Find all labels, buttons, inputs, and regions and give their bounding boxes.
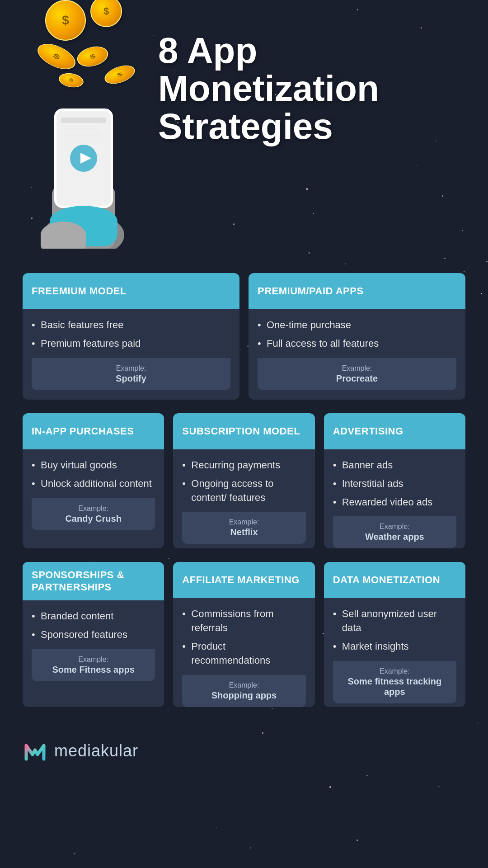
card-inapp-footer: Example: Candy Crush: [32, 498, 155, 530]
example-label: Example:: [191, 518, 296, 526]
header-section: $ $ $ $ $ $: [23, 18, 465, 250]
coins-illustration: $ $ $ $ $ $: [32, 0, 140, 95]
list-item: Premium features paid: [32, 337, 230, 351]
card-subscription-body: Recurring payments Ongoing access to con…: [173, 449, 314, 544]
hand-phone: [27, 95, 149, 250]
example-label: Example:: [41, 364, 221, 373]
list-item: Interstitial ads: [333, 477, 456, 491]
card-subscription: SUBSCRIPTION MODEL Recurring payments On…: [173, 413, 314, 548]
list-item: Market insights: [333, 640, 456, 654]
list-item: Sponsored features: [32, 628, 155, 642]
card-affiliate-footer: Example: Shopping apps: [182, 675, 305, 707]
card-data: DATA MONETIZATION Sell anonymized user d…: [324, 562, 465, 707]
svg-rect-5: [61, 127, 97, 130]
example-label: Example:: [41, 656, 146, 664]
list-item: Unlock additional content: [32, 477, 155, 491]
card-inapp-header: IN-APP PURCHASES: [23, 413, 164, 449]
main-title: 8 App Monetization Strategies: [158, 32, 465, 146]
card-data-body: Sell anonymized user data Market insight…: [324, 598, 465, 703]
example-label: Example:: [267, 364, 447, 373]
logo-icon: [23, 739, 47, 764]
list-item: Buy virtual goods: [32, 458, 155, 472]
list-item: Basic features free: [32, 318, 230, 332]
list-item: Recurring payments: [182, 458, 305, 472]
card-inapp-list: Buy virtual goods Unlock additional cont…: [32, 458, 155, 491]
card-sponsorships-list: Branded content Sponsored features: [32, 609, 155, 642]
card-freemium-list: Basic features free Premium features pai…: [32, 318, 230, 351]
row-1: FREEMIUM MODEL Basic features free Premi…: [23, 273, 465, 400]
coin-4: $: [75, 43, 110, 70]
list-item: One-time purchase: [258, 318, 456, 332]
list-item: Commissions from referrals: [182, 607, 305, 635]
svg-rect-4: [61, 118, 106, 123]
example-value: Weather apps: [365, 532, 424, 542]
card-freemium-header: FREEMIUM MODEL: [23, 273, 239, 309]
example-label: Example:: [342, 667, 447, 675]
card-sponsorships: SPONSORSHIPS & PARTNERSHIPS Branded cont…: [23, 562, 164, 707]
row-2: IN-APP PURCHASES Buy virtual goods Unloc…: [23, 413, 465, 548]
title-area: 8 App Monetization Strategies: [149, 18, 465, 146]
card-premium-header: PREMIUM/PAID APPS: [249, 273, 465, 309]
list-item: Rewarded video ads: [333, 495, 456, 509]
example-label: Example:: [41, 505, 146, 513]
card-affiliate-header: AFFILIATE MARKETING: [173, 562, 314, 598]
coin-6: $: [102, 62, 137, 88]
coin-3: $: [34, 39, 80, 75]
card-data-header: DATA MONETIZATION: [324, 562, 465, 598]
list-item: Product recommendations: [182, 640, 305, 668]
card-data-footer: Example: Some fitness tracking apps: [333, 661, 456, 703]
example-value: Procreate: [336, 373, 378, 383]
logo-text: mediakular: [54, 741, 138, 760]
card-freemium-body: Basic features free Premium features pai…: [23, 309, 239, 400]
card-premium-body: One-time purchase Full access to all fea…: [249, 309, 465, 400]
card-subscription-list: Recurring payments Ongoing access to con…: [182, 458, 305, 505]
card-inapp: IN-APP PURCHASES Buy virtual goods Unloc…: [23, 413, 164, 548]
example-value: Spotify: [116, 373, 146, 383]
card-advertising-header: ADVERTISING: [324, 413, 465, 449]
list-item: Full access to all features: [258, 337, 456, 351]
example-value: Netflix: [230, 527, 258, 537]
coin-2: $: [90, 0, 122, 27]
main-content: $ $ $ $ $ $: [0, 0, 488, 791]
card-premium-footer: Example: Procreate: [258, 358, 456, 390]
card-subscription-footer: Example: Netflix: [182, 512, 305, 544]
card-sponsorships-header: SPONSORSHIPS & PARTNERSHIPS: [23, 562, 164, 600]
coin-1: $: [45, 0, 86, 41]
list-item: Ongoing access to content/ features: [182, 477, 305, 505]
card-affiliate-body: Commissions from referrals Product recom…: [173, 598, 314, 707]
card-sponsorships-footer: Example: Some Fitness apps: [32, 649, 155, 681]
list-item: Sell anonymized user data: [333, 607, 456, 635]
svg-rect-6: [61, 133, 102, 137]
list-item: Branded content: [32, 609, 155, 623]
example-label: Example:: [191, 681, 296, 689]
card-advertising-body: Banner ads Interstitial ads Rewarded vid…: [324, 449, 465, 548]
row-3: SPONSORSHIPS & PARTNERSHIPS Branded cont…: [23, 562, 465, 707]
phone-illustration: $ $ $ $ $ $: [23, 9, 149, 250]
card-subscription-header: SUBSCRIPTION MODEL: [173, 413, 314, 449]
card-sponsorships-body: Branded content Sponsored features Examp…: [23, 600, 164, 691]
example-value: Some Fitness apps: [52, 665, 135, 675]
card-freemium-footer: Example: Spotify: [32, 358, 230, 390]
card-premium: PREMIUM/PAID APPS One-time purchase Full…: [249, 273, 465, 400]
card-affiliate: AFFILIATE MARKETING Commissions from ref…: [173, 562, 314, 707]
example-value: Some fitness tracking apps: [347, 676, 441, 697]
example-label: Example:: [342, 523, 447, 531]
card-premium-list: One-time purchase Full access to all fea…: [258, 318, 456, 351]
card-advertising-list: Banner ads Interstitial ads Rewarded vid…: [333, 458, 456, 509]
footer: mediakular: [23, 730, 465, 764]
card-freemium: FREEMIUM MODEL Basic features free Premi…: [23, 273, 239, 400]
card-affiliate-list: Commissions from referrals Product recom…: [182, 607, 305, 667]
example-value: Shopping apps: [211, 690, 277, 700]
card-advertising: ADVERTISING Banner ads Interstitial ads …: [324, 413, 465, 548]
example-value: Candy Crush: [65, 514, 121, 524]
coin-5: $: [58, 71, 84, 89]
card-inapp-body: Buy virtual goods Unlock additional cont…: [23, 449, 164, 540]
card-data-list: Sell anonymized user data Market insight…: [333, 607, 456, 653]
svg-rect-12: [41, 226, 86, 249]
list-item: Banner ads: [333, 458, 456, 472]
card-advertising-footer: Example: Weather apps: [333, 516, 456, 548]
